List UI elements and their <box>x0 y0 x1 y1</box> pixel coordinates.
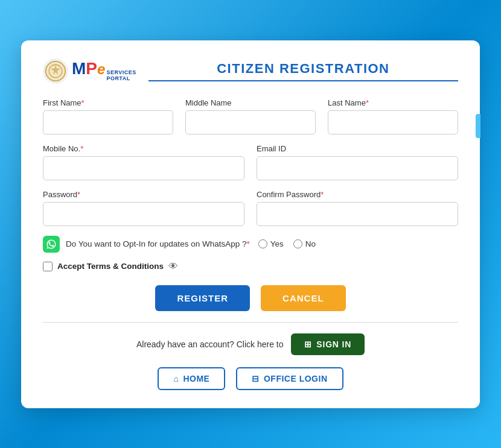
register-button[interactable]: REGISTER <box>155 285 250 311</box>
bottom-row: ⌂ HOME ⊟ OFFICE LOGIN <box>43 367 458 390</box>
middle-name-group: Middle Name <box>185 98 316 134</box>
signin-button[interactable]: ⊞ SIGN IN <box>291 333 365 355</box>
page-title: CITIZEN REGISTRATION <box>217 61 389 77</box>
whatsapp-question: Do You want to Opt-In for updates on Wha… <box>66 239 250 248</box>
terms-checkbox[interactable] <box>43 262 53 271</box>
last-name-label: Last Name* <box>328 98 458 107</box>
home-icon: ⌂ <box>173 374 179 383</box>
yes-label: Yes <box>270 239 284 248</box>
header: MPe SERVICES PORTAL CITIZEN REGISTRATION <box>43 58 458 84</box>
mobile-label: Mobile No.* <box>43 144 244 153</box>
home-label: HOME <box>183 374 209 383</box>
whatsapp-icon <box>43 236 60 253</box>
first-name-label: First Name* <box>43 98 173 107</box>
email-input[interactable] <box>257 156 458 180</box>
middle-name-label: Middle Name <box>185 98 316 107</box>
home-button[interactable]: ⌂ HOME <box>158 367 225 390</box>
form-buttons-row: REGISTER CANCEL <box>43 285 458 311</box>
middle-name-input[interactable] <box>185 110 316 134</box>
office-login-button[interactable]: ⊟ OFFICE LOGIN <box>236 367 343 390</box>
signin-row: Already have an account? Click here to ⊞… <box>43 333 458 355</box>
whatsapp-row: Do You want to Opt-In for updates on Wha… <box>43 236 458 253</box>
last-name-input[interactable] <box>328 110 458 134</box>
mobile-group: Mobile No.* <box>43 144 244 180</box>
password-row: Password* Confirm Password* <box>43 190 458 226</box>
portal-text: PORTAL <box>106 76 136 82</box>
logo-emblem <box>43 58 68 84</box>
mobile-email-row: Mobile No.* Email ID <box>43 144 458 180</box>
registration-card: MPe SERVICES PORTAL CITIZEN REGISTRATION… <box>21 40 480 408</box>
whatsapp-yes-option[interactable]: Yes <box>258 239 284 248</box>
email-group: Email ID <box>257 144 458 180</box>
mobile-input[interactable] <box>43 156 244 180</box>
title-section: CITIZEN REGISTRATION <box>148 61 458 81</box>
terms-label: Accept Terms & Conditions <box>57 262 164 271</box>
logo-services-portal: SERVICES PORTAL <box>106 70 136 82</box>
eye-icon[interactable]: 👁 <box>168 261 178 272</box>
logo-p-letter: P <box>86 59 97 78</box>
logo-text: MPe SERVICES PORTAL <box>72 60 136 82</box>
logo-m-letter: M <box>72 59 86 78</box>
whatsapp-radio-group: Yes No <box>258 239 316 248</box>
office-icon: ⊟ <box>252 374 260 383</box>
last-name-group: Last Name* <box>328 98 458 134</box>
first-name-input[interactable] <box>43 110 173 134</box>
confirm-password-group: Confirm Password* <box>257 190 458 226</box>
password-group: Password* <box>43 190 244 226</box>
password-label: Password* <box>43 190 244 199</box>
confirm-password-input[interactable] <box>257 202 458 226</box>
signin-icon: ⊞ <box>304 339 312 349</box>
logo-e-letter: e <box>97 61 105 77</box>
signin-text: Already have an account? Click here to <box>136 339 284 349</box>
confirm-password-label: Confirm Password* <box>257 190 458 199</box>
logo-section: MPe SERVICES PORTAL <box>43 58 136 84</box>
email-label: Email ID <box>257 144 458 153</box>
divider <box>43 322 458 323</box>
name-row: First Name* Middle Name Last Name* <box>43 98 458 134</box>
logo-mp: MPe <box>72 60 105 77</box>
password-input[interactable] <box>43 202 244 226</box>
whatsapp-no-radio[interactable] <box>293 239 302 248</box>
office-login-label: OFFICE LOGIN <box>264 374 328 383</box>
signin-label: SIGN IN <box>316 339 351 349</box>
no-label: No <box>305 239 316 248</box>
whatsapp-no-option[interactable]: No <box>293 239 316 248</box>
terms-row: Accept Terms & Conditions 👁 <box>43 261 458 272</box>
first-name-group: First Name* <box>43 98 173 134</box>
cancel-button[interactable]: CANCEL <box>261 285 346 311</box>
whatsapp-yes-radio[interactable] <box>258 239 267 248</box>
